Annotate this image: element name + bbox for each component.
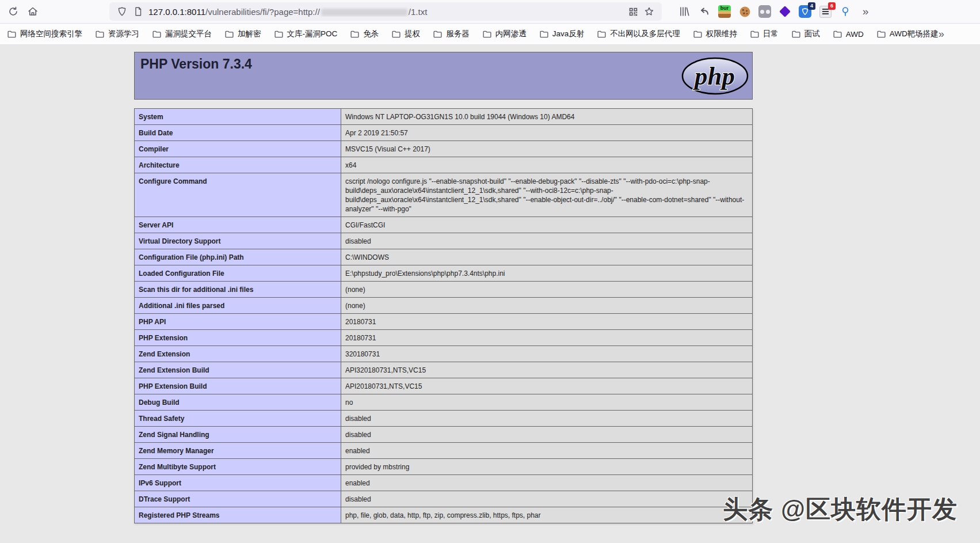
info-label: System [135, 109, 341, 125]
bookmarks-bar: 网络空间搜索引擎 资源学习 漏洞提交平台 加解密 [0, 24, 980, 45]
table-row: Debug Build no [135, 394, 753, 411]
browser-chrome: 127.0.0.1:8011/vulnerabilities/fi/?page=… [0, 0, 980, 45]
bookmark-folder[interactable]: 内网渗透 [482, 29, 527, 39]
url-suffix: /1.txt [409, 7, 428, 17]
cookie-extension-button[interactable] [737, 4, 752, 19]
info-label: Zend Multibyte Support [135, 459, 341, 475]
bookmark-label: 内网渗透 [495, 29, 527, 39]
info-value: E:\phpstudy_pro\Extensions\php\php7.3.4n… [341, 265, 753, 282]
info-value: cscript /nologo configure.js "--enable-s… [341, 173, 753, 217]
info-value: enabled [341, 443, 753, 459]
folder-icon [482, 29, 492, 39]
bookmark-folder[interactable]: 加解密 [224, 29, 261, 39]
info-value: disabled [341, 491, 753, 507]
toolbar-overflow-button[interactable]: » [858, 4, 873, 19]
folder-icon [391, 29, 401, 39]
info-label: Zend Signal Handling [135, 427, 341, 443]
folder-icon [224, 29, 234, 39]
info-value: Apr 2 2019 21:50:57 [341, 125, 753, 141]
info-value: C:\WINDOWS [341, 249, 753, 265]
bookmark-label: 权限维持 [706, 29, 737, 39]
bookmark-folder[interactable]: 服务器 [433, 29, 470, 39]
bookmark-label: Java反射 [552, 29, 585, 39]
redacted-url-segment [321, 9, 407, 16]
bookmark-folder[interactable]: AWD [833, 29, 864, 39]
pin-extension-button[interactable] [838, 4, 853, 19]
bookmark-folder[interactable]: 面试 [791, 29, 820, 39]
qr-code-icon[interactable] [625, 4, 641, 19]
info-value: MSVC15 (Visual C++ 2017) [341, 141, 753, 157]
page-info-icon[interactable] [130, 4, 146, 19]
notes-extension-button[interactable]: 6 [818, 4, 833, 19]
bookmark-folder[interactable]: 权限维持 [693, 29, 737, 39]
bookmark-label: AWD [846, 30, 864, 39]
table-row: Virtual Directory Support disabled [135, 233, 753, 249]
info-label: IPv6 Support [135, 475, 341, 491]
info-label: Virtual Directory Support [135, 233, 341, 249]
info-label: DTrace Support [135, 491, 341, 507]
info-label: PHP Extension Build [135, 378, 341, 394]
bookmark-label: AWD靶场搭建 [890, 29, 939, 39]
table-row: Zend Signal Handling disabled [135, 427, 753, 443]
reload-icon [7, 6, 19, 17]
undo-button[interactable] [697, 4, 712, 19]
table-row: PHP Extension Build API20180731,NTS,VC15 [135, 378, 753, 394]
pin-icon [840, 6, 851, 17]
burp-extension-button[interactable]: bur [717, 4, 732, 19]
bookmark-label: 加解密 [238, 29, 261, 39]
bookmark-label: 服务器 [446, 29, 470, 39]
folder-icon [539, 29, 549, 39]
bookmark-folder[interactable]: AWD靶场搭建 [876, 29, 939, 39]
bookmark-folder[interactable]: 资源学习 [95, 29, 139, 39]
bookmark-folder[interactable]: 日常 [750, 29, 779, 39]
folder-icon [791, 29, 801, 39]
bookmark-folder[interactable]: 文库-漏洞POC [274, 29, 338, 39]
info-value: disabled [341, 411, 753, 427]
proxy-shield-extension-button[interactable]: 4 [798, 4, 813, 19]
bookmark-folder[interactable]: Java反射 [539, 29, 585, 39]
burp-label: bur [720, 5, 729, 18]
table-row: Architecture x64 [135, 157, 753, 173]
info-value: CGI/FastCGI [341, 217, 753, 233]
php-logo[interactable]: php [681, 57, 749, 97]
table-row: Scan this dir for additional .ini files … [135, 282, 753, 298]
shield-permissions-icon[interactable] [114, 4, 130, 19]
table-row: DTrace Support disabled [135, 491, 753, 507]
info-label: Loaded Configuration File [135, 265, 341, 282]
folder-icon [350, 29, 360, 39]
info-value: disabled [341, 427, 753, 443]
hackbar-extension-button[interactable] [777, 4, 792, 19]
reload-button[interactable] [5, 3, 22, 20]
url-bar[interactable]: 127.0.0.1:8011/vulnerabilities/fi/?page=… [109, 2, 662, 21]
bookmark-folder[interactable]: 提权 [391, 29, 420, 39]
url-text: 127.0.0.1:8011/vulnerabilities/fi/?page=… [148, 7, 625, 17]
folder-icon [750, 29, 760, 39]
info-label: Server API [135, 217, 341, 233]
info-label: Compiler [135, 141, 341, 157]
info-value: Windows NT LAPTOP-OG31GN1S 10.0 build 19… [341, 109, 753, 125]
folder-icon [7, 29, 17, 39]
info-value: (none) [341, 298, 753, 314]
bookmark-folder[interactable]: 不出网以及多层代理 [597, 29, 680, 39]
info-label: Build Date [135, 125, 341, 141]
bookmark-folder[interactable]: 免杀 [350, 29, 379, 39]
containers-icon [758, 5, 771, 18]
home-button[interactable] [24, 3, 41, 20]
info-label: Zend Extension Build [135, 362, 341, 378]
table-row: Zend Extension 320180731 [135, 346, 753, 362]
library-button[interactable] [677, 4, 692, 19]
info-label: Debug Build [135, 394, 341, 411]
bookmark-label: 网络空间搜索引擎 [20, 29, 82, 39]
info-value: disabled [341, 233, 753, 249]
folder-icon [833, 29, 842, 39]
purple-diamond-icon [779, 6, 791, 17]
bookmarks-overflow-chevron[interactable]: » [939, 28, 944, 40]
bookmark-star-icon[interactable] [641, 4, 657, 19]
table-row: Configure Command cscript /nologo config… [135, 173, 753, 217]
bookmark-folder[interactable]: 网络空间搜索引擎 [7, 29, 82, 39]
table-row: Configuration File (php.ini) Path C:\WIN… [135, 249, 753, 265]
containers-extension-button[interactable] [757, 4, 772, 19]
bookmark-folder[interactable]: 漏洞提交平台 [152, 29, 212, 39]
info-value: API20180731,NTS,VC15 [341, 378, 753, 394]
info-label: Configuration File (php.ini) Path [135, 249, 341, 265]
